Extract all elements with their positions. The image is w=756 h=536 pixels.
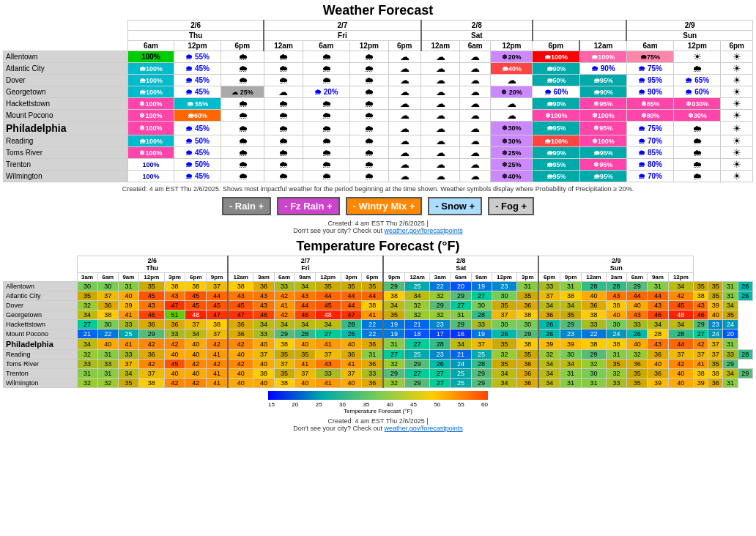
table-row: Toms River 33333742454242 42403741434136… — [4, 360, 753, 369]
weather-section: Weather Forecast 2/6 2/7 2/8 2/9 Thu Fri… — [3, 3, 753, 234]
table-row: Trenton 100% 🌧 50% 🌧 🌧 🌧 🌧 ☁ ☁ ☁ ❄25% 🌧9… — [4, 159, 753, 171]
table-row: Wilmington 32323538424241 40403840414036… — [4, 379, 753, 388]
table-row: Wilmington 100% 🌧 45% 🌧 🌧 🌧 🌧 ☁ ☁ ☁ ❄40%… — [4, 171, 753, 182]
table-row: Philadelphia 34404142424042 424038404140… — [4, 339, 753, 350]
table-row: Toms River ❄100% 🌧 45% 🌧 🌧 🌧 🌧 ☁ ☁ ☁ ❄25… — [4, 147, 753, 159]
city-label: Reading — [4, 135, 128, 147]
weather-table: 2/6 2/7 2/8 2/9 Thu Fri Sat Sun 6am 12pm… — [3, 20, 753, 182]
precip-cell: 🌧 55% — [174, 51, 220, 63]
colorbar-title: Temperature Forecast (°F) — [3, 408, 753, 414]
precip-cell: 100% — [127, 51, 174, 63]
legend-fzrain: - Fz Rain + — [277, 197, 339, 215]
created-note: Created: 4 am EST Thu 2/6/2025 | Don't s… — [3, 220, 753, 234]
temp-section: Temperature Forecast (°F) 2/6Thu 2/7Fri … — [3, 239, 753, 432]
legend-rain: - Rain + — [222, 197, 271, 215]
forecast-link[interactable]: weather.gov/forecastpoints — [385, 227, 463, 234]
table-row: Dover 32363943474545 45434144454438 3432… — [4, 301, 753, 310]
temp-table: 2/6Thu 2/7Fri 2/8Sat 2/9Sun 3am6am9am12p… — [3, 256, 753, 388]
legend-row: - Rain + - Fz Rain + - Wintry Mix + - Sn… — [3, 197, 753, 215]
legend-fog: - Fog + — [488, 197, 534, 215]
city-label: Wilmington — [4, 171, 128, 182]
table-row: Reading 🌧100% 🌧 50% 🌧 🌧 🌧 🌧 ☁ ☁ ☁ ❄30% 🌧… — [4, 135, 753, 147]
table-row: Georgetown 🌧100% 🌧 45% ☁ 25% ☁ 🌧 20% 🌧 ☁… — [4, 86, 753, 98]
colorbar-container: 15 20 25 30 35 40 45 50 55 60 Temperatur… — [3, 391, 753, 414]
table-row: Georgetown 34384146514847 47464246484741… — [4, 310, 753, 320]
temp-title: Temperature Forecast (°F) — [3, 239, 753, 254]
city-label: Toms River — [4, 147, 128, 159]
city-label: Atlantic City — [4, 63, 128, 75]
table-row: Mount Pocono 21222529333437 363329282726… — [4, 330, 753, 339]
city-label: Dover — [4, 75, 128, 86]
temperature-colorbar — [268, 391, 488, 400]
table-row: Atlantic City 35374045434544 43434243444… — [4, 291, 753, 301]
city-label: Mount Pocono — [4, 110, 128, 122]
table-row: Mount Pocono ❄100% 🌧60% 🌧 🌧 🌧 🌧 ☁ ☁ ☁ ☁ … — [4, 110, 753, 122]
table-row: Atlantic City 🌧100% 🌧 45% 🌧 🌧 🌧 🌧 ☁ ☁ ☁ … — [4, 63, 753, 75]
legend-snow: - Snow + — [428, 197, 482, 215]
table-row: Hackettstown 27303336363738 363434343428… — [4, 320, 753, 330]
city-label: Hackettstown — [4, 98, 128, 110]
table-row: Hackettstown ❄100% 🌧 55% 🌧 🌧 🌧 🌧 ☁ ☁ ☁ ☁… — [4, 98, 753, 110]
table-row: Dover 🌧100% 🌧 45% 🌧 🌧 🌧 🌧 ☁ ☁ ☁ ☁ 🌧50% 🌧… — [4, 75, 753, 86]
city-label: Trenton — [4, 159, 128, 171]
table-row: Allentown 30303135383837 38363334353535 … — [4, 282, 753, 291]
table-row: Trenton 31313437404041 40383537333733 29… — [4, 369, 753, 379]
colorbar-labels: 15 20 25 30 35 40 45 50 55 60 — [268, 401, 488, 408]
temp-forecast-link[interactable]: weather.gov/forecastpoints — [385, 425, 463, 432]
precip-cell: 🌧 45% — [174, 63, 220, 75]
city-label: Allentown — [4, 51, 128, 63]
city-label: Philadelphia — [4, 122, 128, 135]
legend-wintry: - Wintry Mix + — [346, 197, 423, 215]
weather-title: Weather Forecast — [3, 3, 753, 18]
table-row: Reading 32313336404041 40373535373631 27… — [4, 350, 753, 360]
weather-note: Created: 4 am EST Thu 2/6/2025. Shows mo… — [3, 185, 753, 193]
temp-created-note: Created: 4 am EST Thu 2/6/2025 | Don't s… — [3, 417, 753, 432]
main-container: Weather Forecast 2/6 2/7 2/8 2/9 Thu Fri… — [0, 0, 756, 436]
table-row: Allentown 100% 🌧 55% 🌧 🌧 🌧 🌧 ☁ ☁ ☁ ❄20% … — [4, 51, 753, 63]
table-row: Philadelphia ❄100% 🌧 45% 🌧 🌧 🌧 🌧 ☁ ☁ ☁ ❄… — [4, 122, 753, 135]
city-label: Georgetown — [4, 86, 128, 98]
